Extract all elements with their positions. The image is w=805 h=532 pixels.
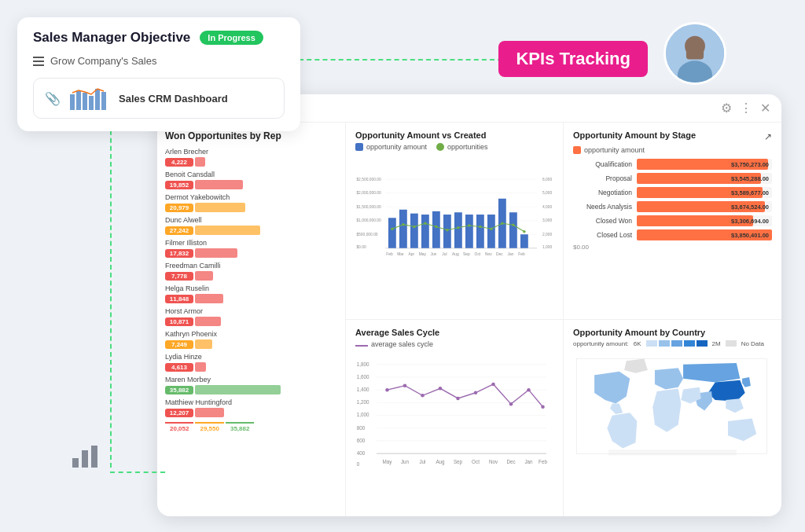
stage-bar-value: $3,306,694.00 [731,218,769,225]
objective-subtitle-text: Grow Company's Sales [50,55,156,67]
avatar [663,22,726,85]
svg-text:$1,000,000.00: $1,000,000.00 [356,218,381,222]
won-opp-title: Won Opportunites by Rep [165,130,337,141]
legend-opp-label: opportunities [447,143,488,151]
svg-rect-1 [82,450,88,468]
svg-rect-43 [520,234,528,248]
svg-text:$2,500,000.00: $2,500,000.00 [356,178,381,182]
stage-row: Closed Won $3,306,694.00 [573,215,772,226]
svg-rect-31 [388,218,396,248]
rep-row: Helga Ruselin 11,848 [165,284,337,303]
svg-point-92 [491,382,495,386]
objective-card: Sales Manager Objective In Progress Grow… [17,17,300,131]
hamburger-icon [33,57,44,66]
svg-rect-7 [95,89,100,110]
svg-point-56 [523,230,526,233]
rep-bar [195,294,223,303]
svg-rect-6 [89,96,94,110]
svg-text:Jan: Jan [507,252,513,256]
svg-text:600: 600 [357,437,366,442]
stage-row: Proposal $3,545,288.00 [573,173,772,184]
svg-point-94 [527,387,531,391]
rep-bar [195,408,224,417]
svg-rect-8 [101,92,106,110]
rep-row: Arlen Brecher 4,222 [165,148,337,167]
svg-rect-38 [465,215,473,248]
footer-val-2: 29,550 [195,422,223,434]
stage-bar-wrap: $3,545,288.00 [637,173,772,184]
svg-rect-35 [432,211,440,248]
svg-text:6,000: 6,000 [542,178,553,182]
dashboard-link[interactable]: 📎 Sales CRM Dashboard [33,78,285,119]
opp-by-country: Opportunity Amount by Country opportunit… [564,320,781,517]
svg-point-89 [439,387,443,391]
dashboard-panel: ⚙ ⋮ ✕ Won Opportunites by Rep Arlen Brec… [157,94,781,516]
country-legend-2m: 2M [712,340,721,347]
stage-row: Needs Analysis $3,674,524.00 [573,201,772,212]
won-footer: 20,052 29,550 35,882 [165,422,337,434]
opp-amount-legend: opportunity amount opportunities [355,143,553,151]
svg-text:Apr: Apr [409,252,415,256]
settings-icon[interactable]: ⚙ [721,101,732,116]
svg-text:Feb: Feb [539,458,547,464]
svg-point-53 [490,228,493,231]
expand-icon[interactable]: ↗ [764,131,772,142]
rep-bar-container: 19,852 [165,180,337,189]
stage-legend-label: opportunity amount [584,146,645,154]
rep-row: Maren Morbey 35,882 [165,376,337,394]
svg-text:1,200: 1,200 [357,399,369,405]
stage-label: Qualification [573,160,632,168]
svg-text:3,000: 3,000 [542,218,553,222]
svg-rect-3 [70,94,75,110]
svg-text:$1,500,000.00: $1,500,000.00 [356,205,381,209]
svg-rect-42 [509,212,517,248]
svg-text:$500,000.00: $500,000.00 [356,233,377,237]
rep-value: 35,882 [165,386,193,394]
svg-text:Nov: Nov [485,252,492,256]
stage-bar-wrap: $3,674,524.00 [637,201,772,212]
svg-point-52 [479,226,482,229]
rep-value: 7,249 [165,340,193,349]
rep-row: Filmer Illiston 17,832 [165,239,337,258]
rep-bar-container: 7,249 [165,339,337,349]
svg-text:Feb: Feb [386,252,393,256]
svg-point-90 [456,396,460,400]
rep-bar [195,248,237,258]
svg-text:1,000: 1,000 [542,245,553,249]
dashed-line-bottom [110,471,165,473]
footer-val-1: 20,052 [165,422,193,434]
country-legend-prefix: opportunity amount: [573,340,629,347]
opp-country-title: Opportunity Amount by Country [573,328,772,337]
rep-bar-container: 17,832 [165,248,337,258]
stage-row: Qualification $3,750,273.00 [573,159,772,170]
rep-bar [195,203,245,212]
clip-icon: 📎 [45,91,61,106]
rep-bar-container: 10,871 [165,317,337,326]
rep-bar [195,362,206,372]
stage-bar-value: $3,545,288.00 [731,175,769,182]
rep-name: Filmer Illiston [165,239,337,247]
svg-text:4,000: 4,000 [542,205,553,209]
svg-text:Jul: Jul [419,458,425,464]
rep-row: Horst Armor 10,871 [165,307,337,326]
svg-point-91 [474,391,478,394]
rep-bar-container: 4,613 [165,362,337,372]
more-icon[interactable]: ⋮ [740,101,752,116]
svg-point-95 [541,405,545,409]
svg-text:Jun: Jun [430,252,436,256]
close-icon[interactable]: ✕ [760,101,770,116]
stage-bar-value: $3,674,524.00 [731,204,769,211]
svg-text:800: 800 [357,424,366,430]
svg-text:400: 400 [357,449,366,455]
rep-bar [195,157,205,167]
svg-point-55 [512,224,515,227]
svg-point-51 [468,224,471,227]
opp-amount-title: Opportunity Amount vs Created [355,130,553,140]
panel-body: Won Opportunites by Rep Arlen Brecher 4,… [157,123,781,516]
svg-text:1,800: 1,800 [357,361,369,366]
svg-text:Oct: Oct [472,458,480,464]
rep-name: Kathryn Phoenix [165,330,337,338]
svg-point-50 [457,226,460,229]
rep-row: Kathryn Phoenix 7,249 [165,330,337,349]
svg-point-45 [402,223,405,226]
